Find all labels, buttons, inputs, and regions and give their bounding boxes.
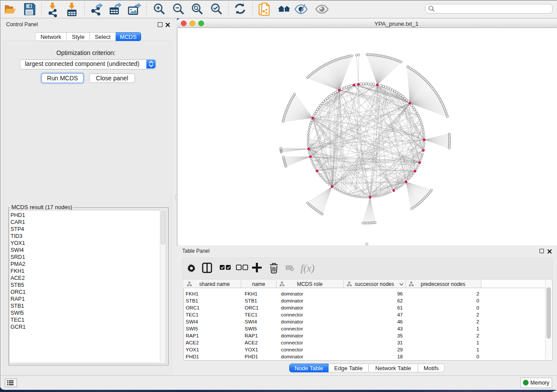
svg-text:successor nodes: successor nodes: [355, 281, 394, 287]
svg-text:f(x): f(x): [301, 263, 315, 274]
svg-text:MCDS role: MCDS role: [297, 281, 323, 287]
svg-text:predecessor nodes: predecessor nodes: [421, 281, 465, 287]
svg-text:shared name: shared name: [199, 281, 230, 287]
svg-text:name: name: [252, 281, 265, 287]
